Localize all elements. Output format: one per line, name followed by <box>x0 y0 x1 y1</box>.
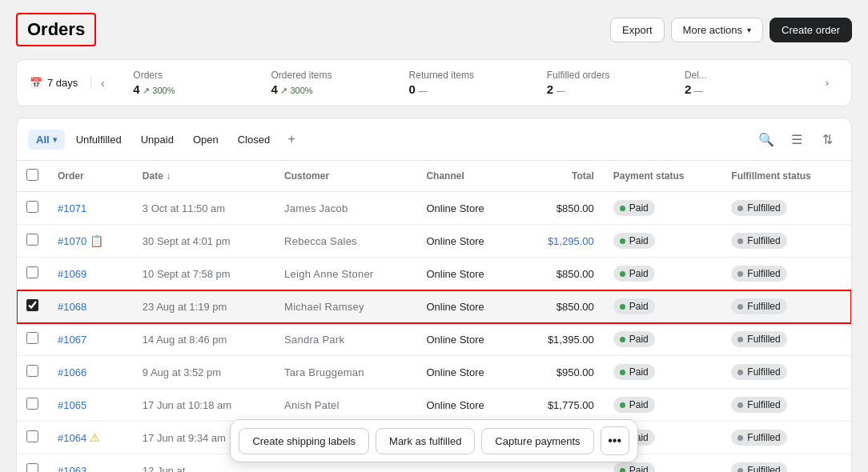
table-row[interactable]: #1067 14 Aug at 8:46 pm Sandra Park Onli… <box>17 323 851 356</box>
col-payment: Payment status <box>604 161 722 192</box>
row-payment-1069: Paid <box>604 258 722 290</box>
paid-dot <box>620 238 625 244</box>
row-order-1066[interactable]: #1066 <box>48 356 133 389</box>
fulfillment-dot <box>737 304 743 310</box>
table-row[interactable]: #1068 23 Aug at 1:19 pm Michael Ramsey O… <box>17 290 851 323</box>
row-customer-1066: Tara Bruggeman <box>275 356 416 389</box>
row-fulfillment-1068: Fulfilled <box>721 290 851 323</box>
table-row[interactable]: #1071 3 Oct at 11:50 am James Jacob Onli… <box>17 192 851 225</box>
more-actions-button[interactable]: More actions ▾ <box>671 18 763 42</box>
row-checkbox-1070[interactable] <box>26 234 38 246</box>
filter-button[interactable]: ☰ <box>784 126 810 152</box>
stat-value-2: 0 — <box>409 82 521 96</box>
row-order-1065[interactable]: #1065 <box>48 389 133 422</box>
add-filter-button[interactable]: + <box>281 129 302 150</box>
row-order-1070[interactable]: #1070 📋 <box>48 225 133 258</box>
table-row[interactable]: #1065 17 Jun at 10:18 am Anish Patel Onl… <box>17 389 851 422</box>
row-checkbox-1068[interactable] <box>26 299 38 311</box>
header-actions: Export More actions ▾ Create order <box>610 18 852 42</box>
row-checkbox-1071[interactable] <box>26 201 38 213</box>
row-checkbox-cell <box>17 192 48 225</box>
stat-item-1: Ordered items 4 ↗ 300% <box>258 70 396 96</box>
row-order-1069[interactable]: #1069 <box>48 258 133 290</box>
col-channel: Channel <box>416 161 517 192</box>
row-checkbox-cell <box>17 422 48 454</box>
create-order-button[interactable]: Create order <box>770 18 852 42</box>
row-fulfillment-1069: Fulfilled <box>721 258 851 290</box>
row-payment-1065: Paid <box>604 389 722 422</box>
more-actions-dropdown-button[interactable]: ••• <box>601 426 629 455</box>
mark-as-fulfilled-button[interactable]: Mark as fulfilled <box>376 428 475 454</box>
filter-tab-open[interactable]: Open <box>185 130 227 150</box>
table-row[interactable]: #1066 9 Aug at 3:52 pm Tara Bruggeman On… <box>17 356 851 389</box>
row-checkbox-cell <box>17 356 48 389</box>
paid-dot <box>620 468 625 473</box>
search-button[interactable]: 🔍 <box>753 126 779 152</box>
filter-tab-unpaid[interactable]: Unpaid <box>133 130 182 150</box>
tab-label-open: Open <box>193 134 219 146</box>
note-icon: 📋 <box>90 234 103 247</box>
stat-label-4: Del... <box>685 70 797 81</box>
row-channel-1067: Online Store <box>416 323 517 356</box>
select-all-checkbox[interactable] <box>26 169 38 181</box>
calendar-icon: 📅 <box>30 77 42 89</box>
col-total: Total <box>518 161 604 192</box>
filter-tab-closed[interactable]: Closed <box>230 130 278 150</box>
filter-tab-all[interactable]: All▾ <box>28 130 65 150</box>
row-checkbox-1066[interactable] <box>26 365 38 377</box>
row-customer-1070: Rebecca Sales <box>275 225 416 258</box>
row-total-1070: $1,295.00 <box>518 225 604 258</box>
row-fulfillment-1065: Fulfilled <box>721 389 851 422</box>
row-checkbox-1063[interactable] <box>26 463 38 472</box>
paid-dot <box>620 402 625 408</box>
capture-payments-button[interactable]: Capture payments <box>481 428 593 454</box>
orders-page: Orders Export More actions ▾ Create orde… <box>0 0 868 472</box>
page-header: Orders Export More actions ▾ Create orde… <box>16 13 852 46</box>
more-actions-label: More actions <box>683 24 742 36</box>
row-checkbox-cell <box>17 258 48 290</box>
page-title: Orders <box>16 13 96 46</box>
row-order-1067[interactable]: #1067 <box>48 323 133 356</box>
stat-value-3: 2 — <box>547 82 659 96</box>
export-button[interactable]: Export <box>610 18 665 42</box>
row-checkbox-cell <box>17 225 48 258</box>
stats-nav-next[interactable]: › <box>816 72 838 94</box>
table-row[interactable]: #1070 📋 30 Sept at 4:01 pm Rebecca Sales… <box>17 225 851 258</box>
row-order-1063[interactable]: #1063 <box>48 454 133 473</box>
row-checkbox-1069[interactable] <box>26 266 38 278</box>
stat-value-0: 4 ↗ 300% <box>133 82 245 96</box>
chevron-down-icon: ▾ <box>747 26 751 34</box>
sort-button[interactable]: ⇅ <box>814 126 840 152</box>
filter-tab-unfulfilled[interactable]: Unfulfilled <box>68 130 130 150</box>
stat-item-0: Orders 4 ↗ 300% <box>120 70 258 96</box>
filter-actions: 🔍 ☰ ⇅ <box>753 126 840 152</box>
row-customer-1069: Leigh Anne Stoner <box>275 258 416 290</box>
row-order-1071[interactable]: #1071 <box>48 192 133 225</box>
row-date-1067: 14 Aug at 8:46 pm <box>133 323 275 356</box>
paid-dot <box>620 337 625 342</box>
row-fulfillment-1067: Fulfilled <box>721 323 851 356</box>
row-fulfillment-1066: Fulfilled <box>721 356 851 389</box>
stat-label-0: Orders <box>133 70 245 81</box>
table-row[interactable]: #1069 10 Sept at 7:58 pm Leigh Anne Ston… <box>17 258 851 290</box>
tab-label-closed: Closed <box>238 134 270 146</box>
stat-value-1: 4 ↗ 300% <box>271 82 383 96</box>
col-date: Date ↓ <box>133 161 275 192</box>
stats-nav-prev[interactable]: ‹ <box>91 72 114 94</box>
row-customer-1071: James Jacob <box>275 192 416 225</box>
create-shipping-labels-button[interactable]: Create shipping labels <box>239 428 369 454</box>
col-customer: Customer <box>275 161 416 192</box>
filter-tabs: All▾UnfulfilledUnpaidOpenClosed+ <box>28 129 302 150</box>
paid-dot <box>620 206 625 211</box>
row-checkbox-1067[interactable] <box>26 332 38 344</box>
stat-label-3: Fulfilled orders <box>547 70 659 81</box>
row-channel-1065: Online Store <box>416 389 517 422</box>
row-checkbox-cell <box>17 389 48 422</box>
row-order-1064[interactable]: #1064 ⚠ <box>48 422 133 454</box>
fulfillment-dot <box>737 271 743 277</box>
col-order: Order <box>48 161 133 192</box>
row-checkbox-1064[interactable] <box>26 430 38 442</box>
row-checkbox-1065[interactable] <box>26 398 38 410</box>
stat-value-4: 2 — <box>685 82 797 96</box>
row-order-1068[interactable]: #1068 <box>48 290 133 323</box>
